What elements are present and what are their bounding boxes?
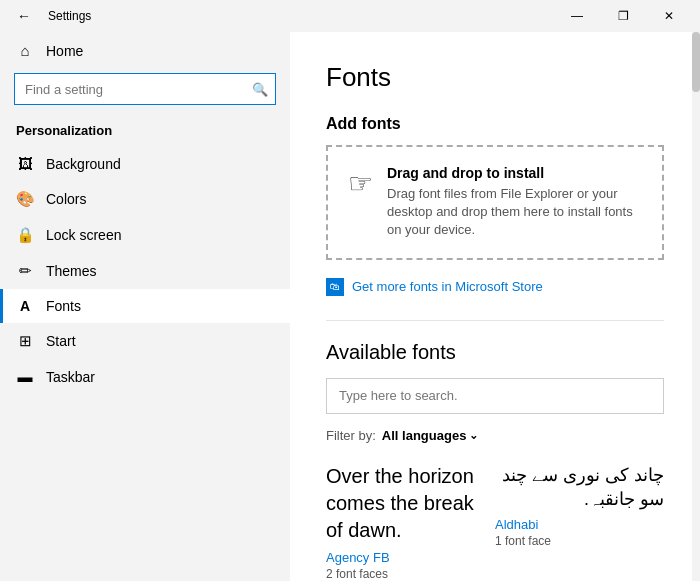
filter-value-text: All languages (382, 428, 467, 443)
sidebar-section-title: Personalization (0, 117, 290, 146)
sidebar-item-colors[interactable]: 🎨 Colors (0, 181, 290, 217)
home-icon: ⌂ (16, 42, 34, 59)
back-icon: ← (17, 8, 31, 24)
sidebar-item-background[interactable]: 🖼 Background (0, 146, 290, 181)
search-icon: 🔍 (252, 82, 268, 97)
sidebar-label-background: Background (46, 156, 121, 172)
ms-store-icon: 🛍 (326, 278, 344, 296)
drop-zone-title: Drag and drop to install (387, 165, 642, 181)
sidebar-label-fonts: Fonts (46, 298, 81, 314)
page-title: Fonts (326, 62, 664, 93)
lock-icon: 🔒 (16, 226, 34, 244)
drop-zone[interactable]: ☞ Drag and drop to install Drag font fil… (326, 145, 664, 260)
filter-value-button[interactable]: All languages ⌄ (382, 428, 479, 443)
font-name-0[interactable]: Agency FB (326, 550, 495, 565)
sidebar-label-colors: Colors (46, 191, 86, 207)
window-controls: — ❐ ✕ (554, 0, 692, 32)
scrollbar-thumb[interactable] (692, 32, 700, 92)
available-fonts-title: Available fonts (326, 341, 664, 364)
sidebar-item-themes[interactable]: ✏ Themes (0, 253, 290, 289)
ms-store-label: Get more fonts in Microsoft Store (352, 279, 543, 294)
close-button[interactable]: ✕ (646, 0, 692, 32)
sidebar-label-start: Start (46, 333, 76, 349)
sidebar-item-start[interactable]: ⊞ Start (0, 323, 290, 359)
back-button[interactable]: ← (8, 0, 40, 32)
ms-store-link[interactable]: 🛍 Get more fonts in Microsoft Store (326, 278, 664, 296)
fonts-icon: A (16, 298, 34, 314)
main-layout: ⌂ Home 🔍 Personalization 🖼 Background 🎨 … (0, 32, 700, 581)
font-card-0: Over the horizon comes the break of dawn… (326, 463, 495, 581)
fonts-grid: Over the horizon comes the break of dawn… (326, 463, 664, 581)
drop-zone-text: Drag and drop to install Drag font files… (387, 165, 642, 240)
sidebar-item-home[interactable]: ⌂ Home (0, 32, 290, 69)
restore-button[interactable]: ❐ (600, 0, 646, 32)
sidebar-item-lock-screen[interactable]: 🔒 Lock screen (0, 217, 290, 253)
divider (326, 320, 664, 321)
chevron-down-icon: ⌄ (469, 429, 478, 442)
fonts-search-input[interactable] (326, 378, 664, 414)
taskbar-icon: ▬ (16, 368, 34, 385)
title-bar: ← Settings — ❐ ✕ (0, 0, 700, 32)
themes-icon: ✏ (16, 262, 34, 280)
minimize-button[interactable]: — (554, 0, 600, 32)
drag-drop-icon: ☞ (348, 167, 373, 200)
window-title: Settings (48, 9, 91, 23)
font-card-1: چاند کی نوری سے چند سو جانقبہ. Aldhabi 1… (495, 463, 664, 581)
sidebar-item-taskbar[interactable]: ▬ Taskbar (0, 359, 290, 394)
background-icon: 🖼 (16, 155, 34, 172)
font-preview-1: چاند کی نوری سے چند سو جانقبہ. (495, 463, 664, 512)
start-icon: ⊞ (16, 332, 34, 350)
filter-label: Filter by: (326, 428, 376, 443)
sidebar-item-fonts[interactable]: A Fonts (0, 289, 290, 323)
font-faces-1: 1 font face (495, 534, 664, 548)
search-input[interactable] (14, 73, 276, 105)
colors-icon: 🎨 (16, 190, 34, 208)
home-label: Home (46, 43, 83, 59)
sidebar-label-themes: Themes (46, 263, 97, 279)
sidebar-label-taskbar: Taskbar (46, 369, 95, 385)
scrollbar-track[interactable] (692, 32, 700, 581)
sidebar-label-lock-screen: Lock screen (46, 227, 121, 243)
font-preview-0: Over the horizon comes the break of dawn… (326, 463, 495, 544)
sidebar: ⌂ Home 🔍 Personalization 🖼 Background 🎨 … (0, 32, 290, 581)
drop-zone-description: Drag font files from File Explorer or yo… (387, 185, 642, 240)
search-box: 🔍 (14, 73, 276, 105)
filter-row: Filter by: All languages ⌄ (326, 428, 664, 443)
font-faces-0: 2 font faces (326, 567, 495, 581)
font-name-1[interactable]: Aldhabi (495, 517, 664, 532)
content-area: Fonts Add fonts ☞ Drag and drop to insta… (290, 32, 700, 581)
add-fonts-title: Add fonts (326, 115, 664, 133)
